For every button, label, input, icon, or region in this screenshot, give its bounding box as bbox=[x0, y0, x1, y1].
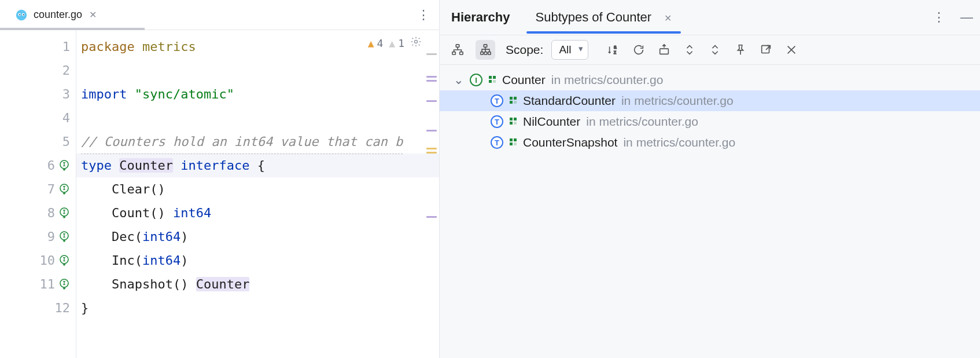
method: Inc( bbox=[112, 253, 142, 268]
svg-point-0 bbox=[16, 9, 27, 20]
svg-rect-28 bbox=[761, 46, 769, 53]
collapse-all-icon[interactable] bbox=[709, 43, 721, 56]
tree-row[interactable]: ⌄ICounter in metrics/counter.go bbox=[440, 70, 980, 90]
svg-rect-29 bbox=[489, 76, 492, 79]
pin-icon[interactable] bbox=[734, 43, 747, 56]
refresh-icon[interactable] bbox=[632, 43, 645, 56]
editor-tabstrip: counter.go ✕ ⋮ bbox=[0, 0, 439, 30]
svg-rect-22 bbox=[481, 52, 484, 55]
hierarchy-tabstrip: Hierarchy Subtypes of Counter ✕ ⋮ — bbox=[440, 0, 980, 35]
svg-rect-31 bbox=[489, 80, 492, 83]
svg-text:I: I bbox=[62, 162, 65, 167]
paren: ) bbox=[180, 253, 188, 268]
warning-icon: ▲ bbox=[368, 37, 374, 49]
method: Clear() bbox=[112, 182, 165, 196]
keyword: interface bbox=[180, 158, 249, 173]
svg-rect-18 bbox=[456, 45, 459, 48]
sort-alpha-icon[interactable]: az bbox=[607, 43, 620, 56]
close-icon[interactable] bbox=[785, 43, 798, 56]
line-number: 10 bbox=[40, 249, 56, 272]
type-icon: T bbox=[491, 115, 503, 128]
implements-icon[interactable]: I bbox=[58, 207, 70, 219]
hierarchy-pane: Hierarchy Subtypes of Counter ✕ ⋮ — Scop… bbox=[440, 0, 980, 358]
implements-icon[interactable]: I bbox=[58, 231, 70, 243]
svg-rect-23 bbox=[484, 52, 487, 55]
class-hierarchy-button[interactable] bbox=[448, 40, 467, 60]
identifier: metrics bbox=[142, 39, 196, 54]
node-location: in metrics/counter.go bbox=[621, 94, 734, 108]
svg-rect-24 bbox=[488, 52, 491, 55]
line-number: 7 bbox=[47, 177, 55, 201]
inspection-summary[interactable]: ▲4 ▲1 bbox=[368, 36, 422, 50]
svg-text:I: I bbox=[62, 185, 65, 191]
svg-rect-34 bbox=[514, 97, 517, 100]
weak-warning-count: 1 bbox=[398, 37, 404, 49]
line-number: 12 bbox=[55, 296, 71, 320]
subtypes-hierarchy-button[interactable] bbox=[476, 40, 495, 60]
node-name: Counter bbox=[502, 73, 546, 87]
type-name: Counter bbox=[119, 158, 173, 173]
warning-count: 4 bbox=[377, 37, 383, 49]
svg-text:I: I bbox=[62, 280, 65, 286]
implements-icon[interactable]: I bbox=[58, 160, 70, 171]
struct-icon bbox=[509, 117, 517, 127]
svg-text:I: I bbox=[62, 209, 65, 215]
svg-rect-20 bbox=[460, 52, 463, 55]
node-location: in metrics/counter.go bbox=[551, 73, 664, 87]
svg-rect-43 bbox=[510, 143, 513, 145]
implements-icon[interactable]: I bbox=[58, 255, 70, 266]
node-location: in metrics/counter.go bbox=[586, 115, 698, 129]
method: Dec( bbox=[112, 229, 142, 244]
svg-rect-38 bbox=[514, 118, 517, 120]
code-area[interactable]: 1 2 3 4 5 6I 7I 8I 9I 10I 11I 12 ▲4 ▲1 p… bbox=[0, 30, 439, 358]
code-content[interactable]: ▲4 ▲1 package metrics import "sync/atomi… bbox=[76, 30, 439, 358]
type: Counter bbox=[196, 277, 250, 291]
tree-row[interactable]: TCounterSnapshot in metrics/counter.go bbox=[440, 132, 980, 153]
method: Snapshot() bbox=[112, 277, 188, 291]
autoscroll-icon[interactable] bbox=[658, 43, 670, 56]
node-location: in metrics/counter.go bbox=[623, 136, 735, 149]
tab-label: Subtypes of Counter bbox=[536, 10, 652, 24]
svg-text:I: I bbox=[62, 257, 65, 262]
line-number: 2 bbox=[62, 59, 70, 82]
gear-icon[interactable] bbox=[410, 36, 422, 50]
struct-icon bbox=[509, 138, 517, 148]
paren: ) bbox=[180, 229, 188, 244]
go-file-icon bbox=[15, 9, 28, 21]
svg-rect-39 bbox=[510, 122, 513, 125]
svg-rect-42 bbox=[514, 138, 517, 141]
close-icon[interactable]: ✕ bbox=[88, 8, 98, 21]
svg-text:a: a bbox=[613, 45, 616, 50]
editor-more-button[interactable]: ⋮ bbox=[417, 8, 431, 23]
brace: { bbox=[257, 158, 265, 173]
editor-tab[interactable]: counter.go ✕ bbox=[8, 3, 105, 26]
implements-icon[interactable]: I bbox=[58, 184, 70, 195]
scope-label: Scope: bbox=[506, 43, 543, 57]
minimize-icon[interactable]: — bbox=[960, 10, 973, 25]
tab-subtypes[interactable]: Subtypes of Counter ✕ bbox=[531, 2, 677, 33]
editor-pane: counter.go ✕ ⋮ 1 2 3 4 5 6I 7I 8I 9I 10I… bbox=[0, 0, 440, 358]
tab-hierarchy[interactable]: Hierarchy bbox=[447, 2, 515, 33]
error-stripe[interactable] bbox=[426, 53, 437, 218]
more-icon[interactable]: ⋮ bbox=[933, 10, 945, 25]
hierarchy-toolbar: Scope: All az bbox=[440, 35, 980, 65]
svg-rect-35 bbox=[510, 101, 513, 104]
svg-rect-32 bbox=[493, 80, 496, 83]
hierarchy-tree: ⌄ICounter in metrics/counter.goTStandard… bbox=[440, 65, 980, 158]
tree-row[interactable]: TStandardCounter in metrics/counter.go bbox=[440, 90, 980, 111]
svg-rect-40 bbox=[514, 122, 517, 125]
svg-text:z: z bbox=[613, 50, 616, 55]
svg-point-3 bbox=[19, 14, 20, 15]
expand-all-icon[interactable] bbox=[683, 43, 696, 56]
node-name: StandardCounter bbox=[523, 94, 616, 108]
implements-icon[interactable]: I bbox=[58, 279, 70, 290]
chevron-down-icon[interactable]: ⌄ bbox=[454, 73, 464, 87]
svg-rect-21 bbox=[484, 45, 487, 48]
export-icon[interactable] bbox=[760, 43, 772, 56]
scope-select[interactable]: All bbox=[551, 40, 588, 60]
close-icon[interactable]: ✕ bbox=[664, 13, 672, 23]
svg-text:I: I bbox=[62, 233, 65, 239]
keyword: type bbox=[81, 158, 112, 173]
tree-row[interactable]: TNilCounter in metrics/counter.go bbox=[440, 111, 980, 132]
line-number: 4 bbox=[62, 106, 70, 130]
